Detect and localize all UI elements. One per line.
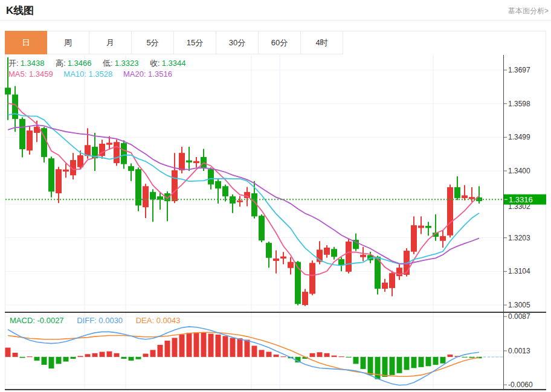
ma20-legend: MA20: 1.3516 [123,69,172,79]
svg-text:1.3598: 1.3598 [508,100,530,108]
kline-page: K线图 基本面分析> 日 周 月 5分 15分 30分 60分 4时 1.369… [0,0,551,392]
ma5-legend: MA5: 1.3459 [8,69,53,79]
high-value: 1.3466 [68,59,92,68]
ma-legend: MA5: 1.3459 MA10: 1.3528 MA20: 1.3516 [8,69,172,79]
svg-text:-0.0060: -0.0060 [508,381,533,389]
ma5-line [8,103,479,275]
svg-text:1.3400: 1.3400 [508,167,530,175]
svg-text:1.3203: 1.3203 [508,234,530,242]
svg-text:1.3499: 1.3499 [508,133,530,141]
candles [5,57,482,306]
macd-legend: MACD: -0.0027 DIFF: 0.0030 DEA: 0.0043 [10,316,180,325]
ohlc-legend: 开:1.3438 高:1.3466 低:1.3323 收:1.3344 [8,58,195,69]
current-price-badge: 1.3316 [504,194,546,205]
ma20-line [8,125,479,264]
svg-text:1.3316: 1.3316 [509,195,533,204]
close-label: 收: [150,59,160,68]
low-value: 1.3323 [115,59,139,68]
macd-histogram [5,332,482,379]
svg-text:1.3005: 1.3005 [508,301,530,309]
ma10-legend: MA10: 1.3528 [63,69,112,79]
macd-value-legend: MACD: -0.0027 [10,316,64,325]
diff-value-legend: DIFF: 0.0030 [77,316,123,325]
ma10-line [8,114,479,266]
high-label: 高: [56,59,66,68]
low-label: 低: [103,59,113,68]
svg-text:0.0087: 0.0087 [508,312,530,321]
svg-text:0.0013: 0.0013 [508,347,530,355]
close-value: 1.3344 [162,59,186,68]
svg-text:1.3697: 1.3697 [508,66,530,74]
svg-text:1.3104: 1.3104 [508,267,530,275]
open-label: 开: [8,59,19,68]
open-value: 1.3438 [21,59,45,68]
dea-value-legend: DEA: 0.0043 [136,316,181,325]
